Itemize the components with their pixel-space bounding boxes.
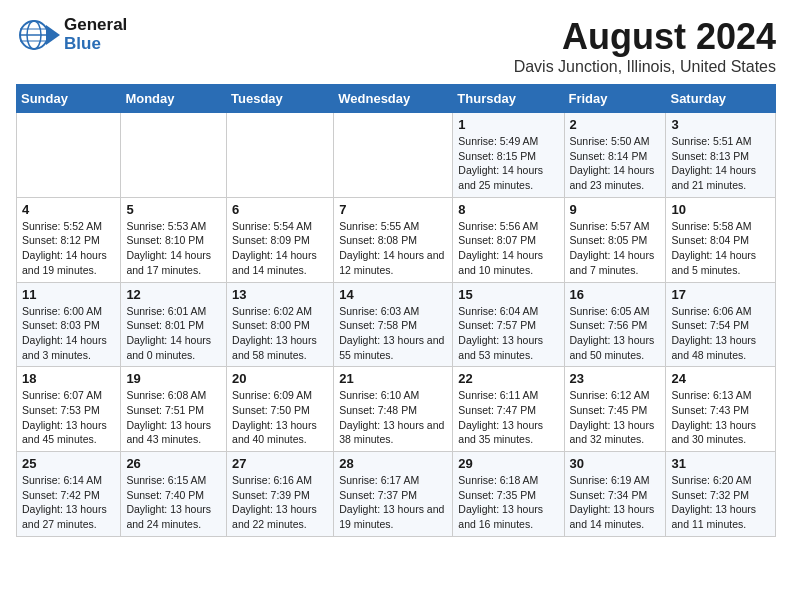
weekday-header-sunday: Sunday — [17, 85, 121, 113]
weekday-header-tuesday: Tuesday — [227, 85, 334, 113]
day-number: 22 — [458, 371, 558, 386]
day-info: Sunrise: 5:58 AMSunset: 8:04 PMDaylight:… — [671, 219, 770, 278]
svg-marker-5 — [46, 25, 60, 45]
day-info: Sunrise: 6:17 AMSunset: 7:37 PMDaylight:… — [339, 473, 447, 532]
day-info: Sunrise: 6:01 AMSunset: 8:01 PMDaylight:… — [126, 304, 221, 363]
day-number: 18 — [22, 371, 115, 386]
week-row-1: 1Sunrise: 5:49 AMSunset: 8:15 PMDaylight… — [17, 113, 776, 198]
day-info: Sunrise: 6:20 AMSunset: 7:32 PMDaylight:… — [671, 473, 770, 532]
calendar-cell: 8Sunrise: 5:56 AMSunset: 8:07 PMDaylight… — [453, 197, 564, 282]
weekday-header-saturday: Saturday — [666, 85, 776, 113]
day-number: 26 — [126, 456, 221, 471]
logo: General Blue — [16, 16, 127, 53]
day-info: Sunrise: 6:04 AMSunset: 7:57 PMDaylight:… — [458, 304, 558, 363]
calendar-cell — [334, 113, 453, 198]
calendar-cell: 29Sunrise: 6:18 AMSunset: 7:35 PMDayligh… — [453, 452, 564, 537]
logo-text-blue: Blue — [64, 35, 127, 54]
day-info: Sunrise: 6:16 AMSunset: 7:39 PMDaylight:… — [232, 473, 328, 532]
day-info: Sunrise: 6:03 AMSunset: 7:58 PMDaylight:… — [339, 304, 447, 363]
day-number: 14 — [339, 287, 447, 302]
day-number: 16 — [570, 287, 661, 302]
day-number: 1 — [458, 117, 558, 132]
day-number: 11 — [22, 287, 115, 302]
calendar-cell: 18Sunrise: 6:07 AMSunset: 7:53 PMDayligh… — [17, 367, 121, 452]
day-info: Sunrise: 6:13 AMSunset: 7:43 PMDaylight:… — [671, 388, 770, 447]
calendar-cell — [17, 113, 121, 198]
weekday-header-row: SundayMondayTuesdayWednesdayThursdayFrid… — [17, 85, 776, 113]
day-number: 19 — [126, 371, 221, 386]
day-number: 28 — [339, 456, 447, 471]
calendar-cell: 28Sunrise: 6:17 AMSunset: 7:37 PMDayligh… — [334, 452, 453, 537]
day-info: Sunrise: 6:11 AMSunset: 7:47 PMDaylight:… — [458, 388, 558, 447]
calendar-cell: 19Sunrise: 6:08 AMSunset: 7:51 PMDayligh… — [121, 367, 227, 452]
subtitle: Davis Junction, Illinois, United States — [514, 58, 776, 76]
header: General Blue August 2024 Davis Junction,… — [16, 16, 776, 76]
day-number: 29 — [458, 456, 558, 471]
week-row-4: 18Sunrise: 6:07 AMSunset: 7:53 PMDayligh… — [17, 367, 776, 452]
logo-icon — [16, 17, 60, 53]
calendar-cell: 11Sunrise: 6:00 AMSunset: 8:03 PMDayligh… — [17, 282, 121, 367]
day-info: Sunrise: 6:12 AMSunset: 7:45 PMDaylight:… — [570, 388, 661, 447]
calendar-cell: 14Sunrise: 6:03 AMSunset: 7:58 PMDayligh… — [334, 282, 453, 367]
day-info: Sunrise: 6:06 AMSunset: 7:54 PMDaylight:… — [671, 304, 770, 363]
calendar-cell: 21Sunrise: 6:10 AMSunset: 7:48 PMDayligh… — [334, 367, 453, 452]
day-number: 21 — [339, 371, 447, 386]
day-number: 31 — [671, 456, 770, 471]
calendar-cell: 12Sunrise: 6:01 AMSunset: 8:01 PMDayligh… — [121, 282, 227, 367]
day-info: Sunrise: 6:18 AMSunset: 7:35 PMDaylight:… — [458, 473, 558, 532]
calendar-cell: 5Sunrise: 5:53 AMSunset: 8:10 PMDaylight… — [121, 197, 227, 282]
week-row-3: 11Sunrise: 6:00 AMSunset: 8:03 PMDayligh… — [17, 282, 776, 367]
weekday-header-monday: Monday — [121, 85, 227, 113]
day-info: Sunrise: 5:52 AMSunset: 8:12 PMDaylight:… — [22, 219, 115, 278]
day-number: 15 — [458, 287, 558, 302]
calendar-cell: 20Sunrise: 6:09 AMSunset: 7:50 PMDayligh… — [227, 367, 334, 452]
day-number: 5 — [126, 202, 221, 217]
day-number: 6 — [232, 202, 328, 217]
day-info: Sunrise: 5:57 AMSunset: 8:05 PMDaylight:… — [570, 219, 661, 278]
day-info: Sunrise: 6:10 AMSunset: 7:48 PMDaylight:… — [339, 388, 447, 447]
day-number: 2 — [570, 117, 661, 132]
calendar-cell: 7Sunrise: 5:55 AMSunset: 8:08 PMDaylight… — [334, 197, 453, 282]
day-number: 30 — [570, 456, 661, 471]
calendar-cell: 26Sunrise: 6:15 AMSunset: 7:40 PMDayligh… — [121, 452, 227, 537]
day-number: 13 — [232, 287, 328, 302]
main-title: August 2024 — [514, 16, 776, 58]
calendar-cell: 13Sunrise: 6:02 AMSunset: 8:00 PMDayligh… — [227, 282, 334, 367]
day-info: Sunrise: 6:19 AMSunset: 7:34 PMDaylight:… — [570, 473, 661, 532]
calendar-cell: 10Sunrise: 5:58 AMSunset: 8:04 PMDayligh… — [666, 197, 776, 282]
day-number: 25 — [22, 456, 115, 471]
day-number: 9 — [570, 202, 661, 217]
day-number: 10 — [671, 202, 770, 217]
weekday-header-wednesday: Wednesday — [334, 85, 453, 113]
day-number: 24 — [671, 371, 770, 386]
day-info: Sunrise: 5:54 AMSunset: 8:09 PMDaylight:… — [232, 219, 328, 278]
day-number: 4 — [22, 202, 115, 217]
day-number: 8 — [458, 202, 558, 217]
calendar-cell: 17Sunrise: 6:06 AMSunset: 7:54 PMDayligh… — [666, 282, 776, 367]
day-info: Sunrise: 6:08 AMSunset: 7:51 PMDaylight:… — [126, 388, 221, 447]
day-number: 27 — [232, 456, 328, 471]
day-info: Sunrise: 5:53 AMSunset: 8:10 PMDaylight:… — [126, 219, 221, 278]
calendar-cell: 4Sunrise: 5:52 AMSunset: 8:12 PMDaylight… — [17, 197, 121, 282]
title-block: August 2024 Davis Junction, Illinois, Un… — [514, 16, 776, 76]
day-info: Sunrise: 6:09 AMSunset: 7:50 PMDaylight:… — [232, 388, 328, 447]
day-info: Sunrise: 6:14 AMSunset: 7:42 PMDaylight:… — [22, 473, 115, 532]
calendar-cell: 25Sunrise: 6:14 AMSunset: 7:42 PMDayligh… — [17, 452, 121, 537]
calendar-cell — [227, 113, 334, 198]
calendar-cell: 30Sunrise: 6:19 AMSunset: 7:34 PMDayligh… — [564, 452, 666, 537]
weekday-header-thursday: Thursday — [453, 85, 564, 113]
calendar-cell: 15Sunrise: 6:04 AMSunset: 7:57 PMDayligh… — [453, 282, 564, 367]
day-number: 7 — [339, 202, 447, 217]
day-info: Sunrise: 6:07 AMSunset: 7:53 PMDaylight:… — [22, 388, 115, 447]
calendar-cell: 27Sunrise: 6:16 AMSunset: 7:39 PMDayligh… — [227, 452, 334, 537]
day-info: Sunrise: 6:02 AMSunset: 8:00 PMDaylight:… — [232, 304, 328, 363]
day-number: 17 — [671, 287, 770, 302]
calendar-cell: 22Sunrise: 6:11 AMSunset: 7:47 PMDayligh… — [453, 367, 564, 452]
day-info: Sunrise: 5:55 AMSunset: 8:08 PMDaylight:… — [339, 219, 447, 278]
calendar-cell — [121, 113, 227, 198]
calendar-cell: 3Sunrise: 5:51 AMSunset: 8:13 PMDaylight… — [666, 113, 776, 198]
logo-text-general: General — [64, 16, 127, 35]
calendar-cell: 9Sunrise: 5:57 AMSunset: 8:05 PMDaylight… — [564, 197, 666, 282]
day-info: Sunrise: 6:05 AMSunset: 7:56 PMDaylight:… — [570, 304, 661, 363]
calendar-cell: 2Sunrise: 5:50 AMSunset: 8:14 PMDaylight… — [564, 113, 666, 198]
